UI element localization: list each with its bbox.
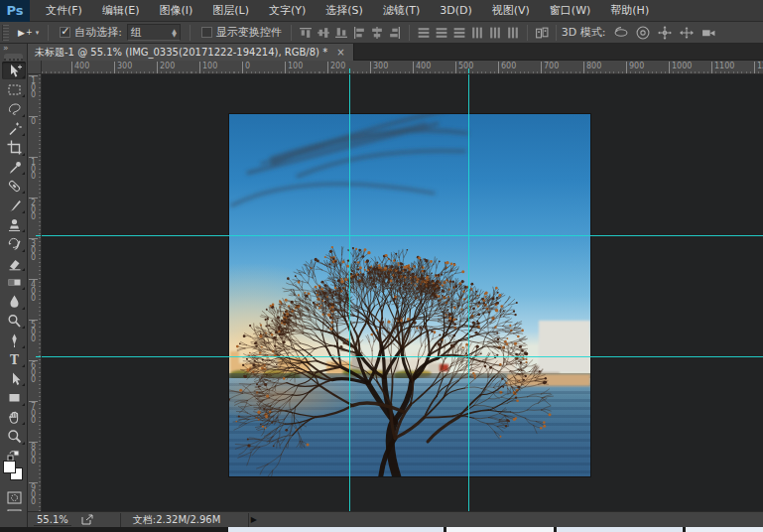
history-brush-icon <box>7 236 22 251</box>
tools-panel-collapse-button[interactable]: » <box>0 44 27 54</box>
roll-3d-object-button[interactable] <box>636 26 650 40</box>
menu-item-图层l[interactable]: 图层(L) <box>202 0 259 22</box>
horizontal-guide[interactable] <box>42 235 763 236</box>
brush-tool[interactable] <box>2 197 26 214</box>
tools-panel-grip[interactable] <box>4 54 23 61</box>
status-expand-icon[interactable]: ▶ <box>251 515 257 524</box>
options-bar-grip[interactable] <box>2 25 9 41</box>
document-tab-title: 未标题-1 @ 55.1% (IMG_0335(20171222-194214)… <box>35 46 327 60</box>
crop-tool[interactable] <box>2 139 26 157</box>
menu-item-滤镜t[interactable]: 滤镜(T) <box>373 0 430 22</box>
blur-tool[interactable] <box>2 293 26 311</box>
photo-tree <box>229 114 590 476</box>
quick-mask-mode-button[interactable] <box>2 488 26 506</box>
horizontal-type-tool[interactable]: T <box>2 350 26 368</box>
menu-item-视图v[interactable]: 视图(V) <box>482 0 540 22</box>
show-transform-checkbox[interactable] <box>201 27 212 38</box>
guide-ruler-mark <box>36 235 41 236</box>
align-top-edges-button[interactable] <box>299 26 313 40</box>
distribute-bottom-edges-button[interactable] <box>452 26 466 40</box>
guide-ruler-mark <box>349 68 350 73</box>
eraser-icon <box>7 256 22 271</box>
h-ruler-label: 0 <box>242 62 250 73</box>
align-horizontal-centers-button[interactable] <box>370 26 384 40</box>
share-export-icon[interactable] <box>81 514 94 525</box>
distribute-top-edges-button[interactable] <box>417 26 431 40</box>
gradient-tool[interactable] <box>2 273 26 291</box>
auto-select-toggle[interactable]: 自动选择: 组 ▲▼ <box>54 23 185 43</box>
pen-icon <box>7 332 22 347</box>
horizontal-guide[interactable] <box>42 356 763 357</box>
divider <box>409 25 410 41</box>
align-right-edges-button[interactable] <box>388 26 402 40</box>
menu-item-选择s[interactable]: 选择(S) <box>316 0 373 22</box>
h-ruler-label: 600 <box>498 62 516 73</box>
align-bottom-edges-button[interactable] <box>334 26 348 40</box>
document-tab[interactable]: 未标题-1 @ 55.1% (IMG_0335(20171222-194214)… <box>28 44 354 61</box>
menu-item-帮助h[interactable]: 帮助(H) <box>600 0 659 22</box>
tab-close-icon[interactable]: × <box>336 47 344 58</box>
rotate-3d-object-button[interactable] <box>614 26 628 40</box>
distribute-vertical-centers-button[interactable] <box>435 26 448 40</box>
distribute-horizontal-centers-button[interactable] <box>488 26 502 40</box>
taskbar-segment <box>557 527 683 532</box>
drag-3d-object-button[interactable] <box>658 26 672 40</box>
distribute-left-edges-button[interactable] <box>470 26 484 40</box>
brush-icon <box>7 198 22 212</box>
canvas-area[interactable] <box>42 74 763 511</box>
v-ruler-label: 600 <box>29 360 38 383</box>
auto-select-checkbox[interactable] <box>60 27 70 38</box>
clone-stamp-tool[interactable] <box>2 215 26 233</box>
menu-item-编辑e[interactable]: 编辑(E) <box>92 0 150 22</box>
tool-preset-picker[interactable]: ▶+ ▾ <box>14 23 43 43</box>
eraser-tool[interactable] <box>2 254 26 272</box>
photo-layer[interactable] <box>229 114 590 476</box>
hand-tool[interactable] <box>2 408 26 426</box>
path-selection-tool[interactable] <box>2 369 26 387</box>
zoom-level-field[interactable]: 55.1% <box>34 513 71 526</box>
menu-item-3dd[interactable]: 3D(D) <box>430 0 482 22</box>
spot-healing-brush-tool[interactable] <box>2 177 26 195</box>
show-transform-toggle[interactable]: 显示变换控件 <box>195 23 286 43</box>
auto-select-target-dropdown[interactable]: 组 ▲▼ <box>127 24 181 41</box>
menu-item-文字y[interactable]: 文字(Y) <box>259 0 316 22</box>
align-vertical-centers-button[interactable] <box>317 26 330 40</box>
move-plus-icon: + <box>26 28 33 37</box>
magic-wand-tool[interactable] <box>2 119 26 137</box>
h-ruler-label: 400 <box>413 62 431 73</box>
vertical-guide[interactable] <box>468 74 469 511</box>
mode3d-buttons <box>610 26 719 40</box>
crop-icon <box>7 140 22 155</box>
eyedropper-tool[interactable] <box>2 158 26 176</box>
status-bar: 55.1% 文档:2.32M/2.96M ▶ <box>28 511 763 527</box>
history-brush-tool[interactable] <box>2 235 26 253</box>
hand-icon <box>7 410 22 425</box>
menu-bar: Ps 文件(F)编辑(E)图像(I)图层(L)文字(Y)选择(S)滤镜(T)3D… <box>0 0 763 22</box>
pen-tool[interactable] <box>2 332 26 349</box>
slide-3d-object-button[interactable] <box>680 26 694 40</box>
move-tool[interactable] <box>2 62 26 79</box>
foreground-color-swatch[interactable] <box>3 461 16 473</box>
dropdown-stepper-icon: ▲▼ <box>172 29 177 37</box>
rectangular-marquee-tool[interactable] <box>2 80 26 98</box>
rectangle-shape-tool[interactable] <box>2 389 26 407</box>
scale-3d-camera-button[interactable] <box>701 26 715 40</box>
zoom-tool[interactable] <box>2 428 26 446</box>
ruler-corner[interactable] <box>28 61 42 74</box>
document-size-info[interactable]: 文档:2.32M/2.96M <box>120 513 249 527</box>
foreground-background-swatches[interactable] <box>3 461 25 482</box>
lasso-tool[interactable] <box>2 100 26 118</box>
vertical-guide[interactable] <box>349 74 350 511</box>
auto-align-layers-button[interactable] <box>535 26 549 40</box>
menu-item-图像i[interactable]: 图像(I) <box>149 0 202 22</box>
distribute-right-edges-button[interactable] <box>506 26 520 40</box>
menu-item-窗口w[interactable]: 窗口(W) <box>540 0 600 22</box>
horizontal-ruler[interactable]: 4003002001000100200300400500600700800900… <box>42 61 763 74</box>
menu-item-文件f[interactable]: 文件(F) <box>36 0 92 22</box>
dodge-tool[interactable] <box>2 312 26 330</box>
align-left-edges-button[interactable] <box>352 26 366 40</box>
guide-ruler-mark <box>36 356 41 357</box>
chevron-down-icon: ▾ <box>36 29 40 37</box>
menu-items: 文件(F)编辑(E)图像(I)图层(L)文字(Y)选择(S)滤镜(T)3D(D)… <box>36 0 659 22</box>
vertical-ruler[interactable]: 1000100200300400500600700800900 <box>28 74 42 511</box>
